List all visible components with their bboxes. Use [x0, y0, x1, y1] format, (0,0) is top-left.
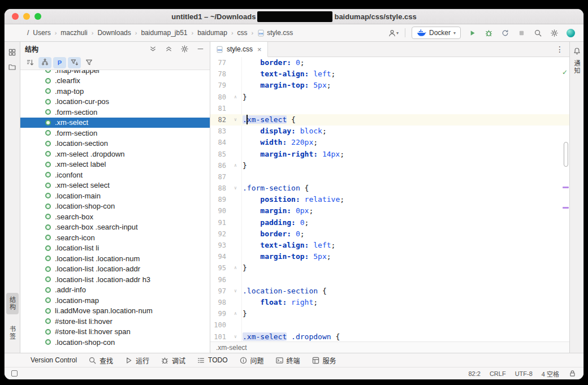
- tool-window-button-run-tool[interactable]: 运行: [124, 356, 149, 365]
- fold-marker[interactable]: ∧: [230, 262, 242, 274]
- structure-item[interactable]: .location-list .location-addr: [20, 264, 210, 275]
- tool-window-button-todo[interactable]: TODO: [197, 356, 227, 365]
- structure-item[interactable]: #store-list li:hover: [20, 316, 210, 327]
- code-line[interactable]: 86∧}: [210, 160, 569, 171]
- structure-item[interactable]: .location-section: [20, 139, 210, 149]
- lock-icon[interactable]: [568, 369, 577, 378]
- structure-item[interactable]: .xm-select: [20, 118, 210, 128]
- structure-item[interactable]: .xm-select select: [20, 180, 210, 191]
- structure-item[interactable]: .search-box: [20, 211, 210, 222]
- code-line[interactable]: 87: [210, 171, 569, 183]
- tool-window-button-version-control[interactable]: Version Control: [31, 356, 77, 364]
- code-line[interactable]: 99∧}: [210, 308, 569, 319]
- tab-style-css[interactable]: css style.css ×: [210, 42, 268, 57]
- run-icon[interactable]: [467, 27, 477, 38]
- code-line[interactable]: 83 display: block;: [210, 126, 569, 137]
- code-line[interactable]: 90 margin: 0px;: [210, 205, 569, 217]
- code-line[interactable]: 88∨.form-section {: [210, 183, 569, 194]
- minimize-window-button[interactable]: [23, 13, 30, 20]
- editor-breadcrumb-bar[interactable]: .xm-select: [210, 341, 569, 353]
- code-line[interactable]: 77 border: 0;: [210, 57, 569, 68]
- tab-options-icon[interactable]: ⋮: [550, 42, 569, 57]
- zoom-window-button[interactable]: [34, 13, 41, 20]
- editor-breadcrumb-item[interactable]: .xm-select: [216, 344, 247, 352]
- structure-item[interactable]: .iconfont: [20, 170, 210, 180]
- code-line[interactable]: 97∨.location-section {: [210, 285, 569, 297]
- breadcrumb-item[interactable]: baidumap_jb51: [141, 29, 187, 37]
- tool-window-tab-bookmarks[interactable]: 书签: [6, 322, 19, 344]
- fold-marker[interactable]: ∧: [230, 160, 242, 171]
- search-everywhere-icon[interactable]: [533, 27, 543, 38]
- expand-all-icon[interactable]: [148, 44, 158, 54]
- group-hierarchy-icon[interactable]: [38, 57, 51, 68]
- tool-window-button-find[interactable]: 查找: [88, 356, 113, 365]
- structure-item[interactable]: .xm-select .dropdown: [20, 149, 210, 159]
- breadcrumb-item[interactable]: cssstyle.css: [257, 29, 293, 37]
- ide-status-icon[interactable]: [11, 370, 18, 377]
- structure-item[interactable]: .clearfix: [20, 76, 210, 86]
- run-config-select[interactable]: Docker▾: [412, 27, 461, 39]
- code-line[interactable]: 95∧}: [210, 262, 569, 274]
- structure-item[interactable]: #store-list li:hover span: [20, 327, 210, 338]
- structure-item[interactable]: .addr-info: [20, 285, 210, 296]
- code-line[interactable]: 100: [210, 319, 569, 331]
- structure-item[interactable]: .form-section: [20, 128, 210, 139]
- structure-item[interactable]: .xm-select label: [20, 159, 210, 170]
- structure-item[interactable]: .location-list .location-addr h3: [20, 274, 210, 285]
- code-line[interactable]: 92 border: 0;: [210, 228, 569, 240]
- fold-marker[interactable]: ∨: [230, 114, 242, 126]
- encoding-widget[interactable]: UTF-8: [515, 370, 533, 377]
- structure-item[interactable]: .search-box .search-input: [20, 222, 210, 233]
- structure-item[interactable]: .location-list li: [20, 243, 210, 254]
- breadcrumb-item[interactable]: css: [237, 29, 248, 37]
- code-line[interactable]: 82∨.xm-select {: [210, 114, 569, 126]
- code-line[interactable]: 101∨.xm-select .dropdown {: [210, 331, 569, 342]
- code-line[interactable]: 78 text-align: left;: [210, 68, 569, 80]
- code-line[interactable]: 96: [210, 274, 569, 285]
- code-line[interactable]: 91 padding: 0;: [210, 217, 569, 228]
- structure-item[interactable]: li.addMove span.location-num: [20, 306, 210, 317]
- editor-error-stripe[interactable]: ✓: [561, 57, 569, 341]
- close-tab-icon[interactable]: ×: [257, 45, 262, 54]
- code-line[interactable]: 89 position: relative;: [210, 194, 569, 205]
- folder-icon[interactable]: [7, 61, 18, 72]
- panel-settings-icon[interactable]: [179, 44, 189, 54]
- structure-item[interactable]: .location-list .location-num: [20, 253, 210, 264]
- structure-item[interactable]: .location-cur-pos: [20, 97, 210, 107]
- tool-window-button-problems[interactable]: 问题: [239, 356, 264, 365]
- rerun-icon[interactable]: [500, 27, 510, 38]
- fold-marker[interactable]: ∧: [230, 92, 242, 103]
- user-avatar-icon[interactable]: ▾: [388, 27, 399, 38]
- breadcrumb-item[interactable]: baidumap: [197, 29, 227, 37]
- structure-item[interactable]: .form-section: [20, 107, 210, 118]
- project-grid-icon[interactable]: [7, 46, 18, 58]
- tool-window-tab-structure[interactable]: 结构: [6, 293, 19, 314]
- titlebar[interactable]: untitled1 – ~/Downloadsbaidumap/css/styl…: [5, 9, 583, 24]
- structure-item[interactable]: .location-shop-con: [20, 201, 210, 212]
- code-line[interactable]: 79 margin-top: 5px;: [210, 80, 569, 91]
- inspections-ok-icon[interactable]: ✓: [562, 68, 568, 76]
- breadcrumb-item[interactable]: Users: [33, 29, 50, 37]
- code-line[interactable]: 81: [210, 103, 569, 114]
- breadcrumb-item[interactable]: Downloads: [97, 29, 131, 37]
- code-line[interactable]: 80∧}: [210, 92, 569, 103]
- code-line[interactable]: 98 float: right;: [210, 297, 569, 308]
- breadcrumb-item[interactable]: /: [27, 29, 29, 37]
- debug-icon[interactable]: [483, 27, 494, 38]
- structure-item[interactable]: .map-wrapper: [20, 70, 210, 76]
- collapse-all-icon[interactable]: [163, 44, 174, 54]
- tool-window-button-terminal[interactable]: 终端: [275, 356, 300, 365]
- structure-item[interactable]: .location-map: [20, 295, 210, 306]
- line-separator-widget[interactable]: CRLF: [490, 370, 506, 377]
- show-properties-icon[interactable]: P: [53, 57, 66, 68]
- filter-icon[interactable]: [83, 57, 96, 68]
- notifications-bell-icon[interactable]: [571, 45, 582, 57]
- tool-window-button-debug-tool[interactable]: 调试: [161, 356, 185, 365]
- fold-marker[interactable]: ∨: [230, 183, 242, 194]
- code-line[interactable]: 93 text-align: left;: [210, 240, 569, 251]
- scrollbar-thumb[interactable]: [564, 142, 568, 167]
- structure-item[interactable]: .search-icon: [20, 232, 210, 243]
- settings-icon[interactable]: [549, 27, 559, 38]
- tool-window-button-services[interactable]: 服务: [312, 356, 336, 365]
- ai-plugin-icon[interactable]: [565, 27, 576, 38]
